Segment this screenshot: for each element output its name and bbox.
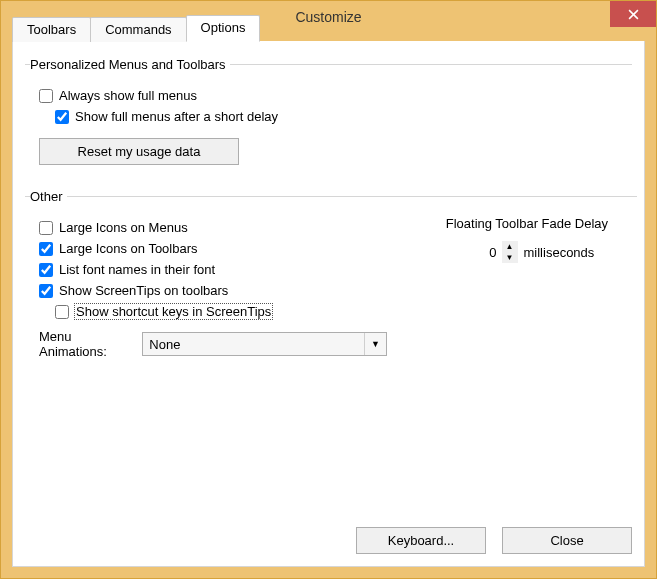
label-large-icons-toolbars[interactable]: Large Icons on Toolbars — [59, 241, 198, 256]
tab-toolbars[interactable]: Toolbars — [12, 17, 91, 42]
window-title: Customize — [295, 9, 361, 25]
group-other: Other Large Icons on Menus Large Icons o… — [25, 189, 637, 359]
checkbox-short-delay[interactable] — [55, 110, 69, 124]
group-personalized: Personalized Menus and Toolbars Always s… — [25, 57, 632, 175]
dialog-body: Toolbars Commands Options Personalized M… — [12, 41, 645, 567]
fade-delay-label: Floating Toolbar Fade Delay — [417, 216, 637, 231]
checkbox-list-font-names[interactable] — [39, 263, 53, 277]
tabstrip: Toolbars Commands Options — [12, 15, 259, 42]
tab-options[interactable]: Options — [186, 15, 261, 42]
checkbox-shortcut-keys[interactable] — [55, 305, 69, 319]
spinner-up-icon[interactable]: ▲ — [502, 241, 518, 252]
close-icon — [628, 9, 639, 20]
menu-animations-label: Menu Animations: — [39, 329, 132, 359]
group-other-legend: Other — [30, 189, 67, 204]
checkbox-screentips[interactable] — [39, 284, 53, 298]
chevron-down-icon: ▼ — [364, 333, 386, 355]
label-list-font-names[interactable]: List font names in their font — [59, 262, 215, 277]
label-large-icons-menus[interactable]: Large Icons on Menus — [59, 220, 188, 235]
menu-animations-value: None — [149, 337, 180, 352]
reset-usage-button[interactable]: Reset my usage data — [39, 138, 239, 165]
label-screentips[interactable]: Show ScreenTips on toolbars — [59, 283, 228, 298]
dialog-footer: Keyboard... Close — [356, 527, 632, 554]
menu-animations-combo[interactable]: None ▼ — [142, 332, 387, 356]
fade-delay-spinner[interactable]: ▲ ▼ — [460, 241, 518, 263]
label-always-full-menus[interactable]: Always show full menus — [59, 88, 197, 103]
checkbox-always-full-menus[interactable] — [39, 89, 53, 103]
close-button[interactable]: Close — [502, 527, 632, 554]
tab-commands[interactable]: Commands — [90, 17, 186, 42]
checkbox-large-icons-menus[interactable] — [39, 221, 53, 235]
options-panel: Personalized Menus and Toolbars Always s… — [13, 41, 644, 566]
fade-delay-input[interactable] — [460, 241, 502, 263]
spinner-down-icon[interactable]: ▼ — [502, 252, 518, 263]
group-personalized-legend: Personalized Menus and Toolbars — [30, 57, 230, 72]
checkbox-large-icons-toolbars[interactable] — [39, 242, 53, 256]
label-shortcut-keys[interactable]: Show shortcut keys in ScreenTips — [75, 304, 272, 319]
keyboard-button[interactable]: Keyboard... — [356, 527, 486, 554]
fade-delay-unit: milliseconds — [524, 245, 595, 260]
label-short-delay[interactable]: Show full menus after a short delay — [75, 109, 278, 124]
window-close-button[interactable] — [610, 1, 656, 27]
customize-dialog: Customize Toolbars Commands Options Pers… — [0, 0, 657, 579]
